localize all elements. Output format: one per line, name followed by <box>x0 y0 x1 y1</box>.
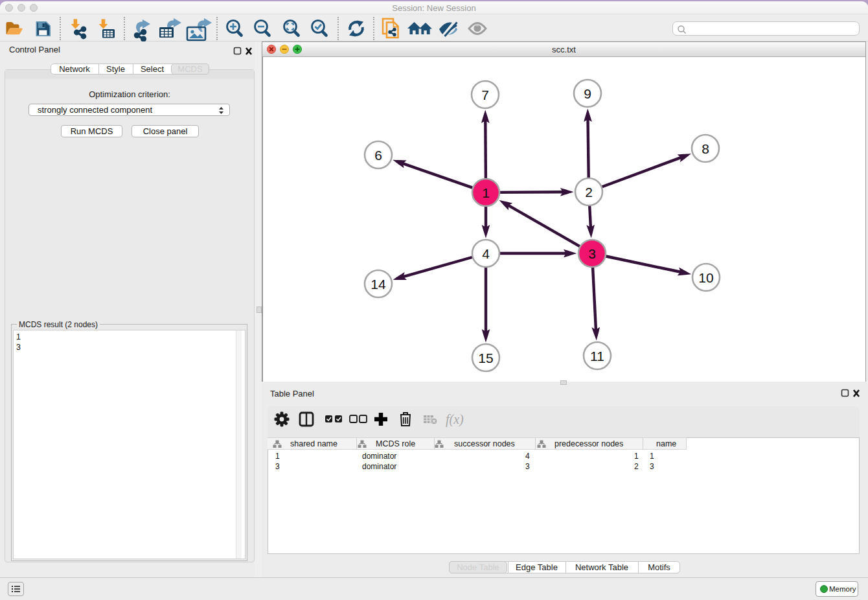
svg-text:3: 3 <box>588 246 596 261</box>
svg-text:11: 11 <box>590 349 604 363</box>
svg-text:8: 8 <box>702 141 709 156</box>
svg-text:15: 15 <box>478 351 493 365</box>
svg-text:f(x): f(x) <box>446 412 464 427</box>
svg-text:4: 4 <box>482 246 490 261</box>
svg-text:7: 7 <box>481 87 489 102</box>
svg-text:1: 1 <box>482 185 490 200</box>
svg-text:2: 2 <box>585 185 593 200</box>
svg-text:9: 9 <box>584 86 591 101</box>
svg-text:14: 14 <box>371 277 386 292</box>
svg-text:6: 6 <box>374 148 382 163</box>
svg-text:10: 10 <box>698 270 713 285</box>
